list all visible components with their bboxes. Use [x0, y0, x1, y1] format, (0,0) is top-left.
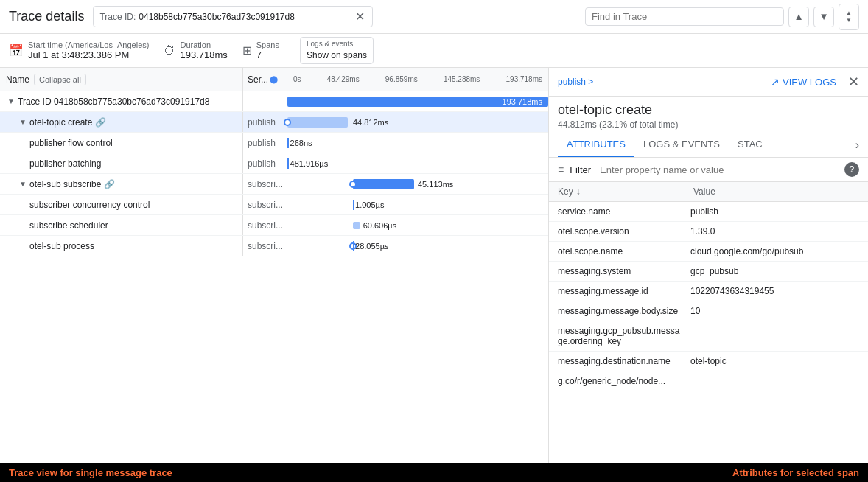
attr-key: messaging.system [558, 266, 690, 276]
right-annotation: Attributes for selected span [732, 467, 859, 478]
attr-row: otel.scope.version 1.39.0 [549, 222, 868, 242]
attr-key: messaging.gcp_pubsub.message.ordering_ke… [558, 326, 690, 346]
duration-value: 193.718ms [180, 49, 227, 60]
row-timeline: 268ns [287, 133, 548, 153]
bottom-bar: Trace view for single message trace Attr… [0, 463, 868, 482]
help-button[interactable]: ? [844, 162, 859, 177]
trace-row[interactable]: otel-sub process subscri... 28.055µs [0, 236, 548, 256]
row-label: Trace ID 0418b58cb775a30bc76ad73c091917d… [18, 97, 209, 107]
trace-id-input[interactable] [139, 12, 354, 22]
attr-key: messaging.message.body.size [558, 306, 690, 316]
view-logs-button[interactable]: ↗ VIEW LOGS [771, 76, 836, 88]
row-label: publisher flow control [29, 138, 113, 148]
row-label: otel-sub process [29, 241, 94, 251]
filter-label: Filter [570, 164, 591, 175]
row-service: subscri... [243, 195, 287, 214]
external-link-icon: ↗ [771, 76, 780, 88]
span-duration-label: 481.916µs [290, 159, 329, 168]
attr-row: otel.scope.name cloud.google.com/go/pubs… [549, 242, 868, 262]
find-trace-input-wrapper[interactable] [585, 7, 784, 26]
span-duration-label: 60.606µs [363, 221, 396, 230]
link-icon[interactable]: 🔗 [95, 117, 106, 128]
row-name-cell: ▼ otel-sub subscribe 🔗 [0, 174, 243, 194]
service-filter-icon[interactable]: ⬤ [270, 75, 278, 83]
logs-events-box: Logs & events Show on spans [300, 37, 374, 64]
collapse-all-button[interactable]: Collapse all [34, 74, 86, 85]
name-col-label: Name [6, 74, 29, 85]
trace-row[interactable]: ▼ Trace ID 0418b58cb775a30bc76ad73c09191… [0, 91, 548, 112]
span-timing: 44.812ms (23.1% of total time) [558, 119, 859, 130]
nav-down-button[interactable]: ▼ [813, 7, 834, 27]
publish-link[interactable]: publish > [558, 77, 593, 87]
link-icon[interactable]: 🔗 [104, 179, 115, 189]
tab-attributes[interactable]: ATTRIBUTES [558, 133, 634, 157]
row-service: subscri... [243, 215, 287, 235]
key-col-header: Key ↓ [558, 186, 690, 197]
tab-more-button[interactable]: › [855, 133, 859, 157]
row-timeline: 481.916µs [287, 153, 548, 173]
span-bar [287, 158, 289, 169]
row-timeline: 44.812ms [287, 112, 548, 132]
trace-row[interactable]: ▼ otel-sub subscribe 🔗 subscri... 45.113… [0, 174, 548, 195]
duration-label: Duration [180, 41, 227, 49]
duration-item: ⏱ Duration 193.718ms [164, 41, 227, 60]
top-bar: Trace details Trace ID: ✕ ▲ ▼ ▲ ▼ [0, 0, 868, 34]
row-label: subscribe scheduler [29, 220, 108, 231]
row-service: subscri... [243, 174, 287, 194]
span-duration-label: 1.005µs [355, 200, 384, 209]
trace-row[interactable]: subscriber concurrency control subscri..… [0, 195, 548, 215]
row-label: subscriber concurrency control [29, 200, 150, 210]
nav-updown-button[interactable]: ▲ ▼ [839, 4, 859, 30]
row-timeline: 45.113ms [287, 174, 548, 194]
clear-trace-button[interactable]: ✕ [354, 10, 366, 24]
sort-icon[interactable]: ↓ [576, 186, 581, 197]
attr-value: cloud.google.com/go/pubsub [690, 246, 859, 256]
span-duration-label: 28.055µs [355, 242, 388, 251]
span-bar [353, 179, 414, 189]
trace-row[interactable]: publisher flow control publish 268ns [0, 133, 548, 153]
row-label: otel-sub subscribe [29, 179, 101, 189]
spans-icon: ⊞ [242, 43, 252, 57]
span-bar [287, 138, 289, 148]
filter-input[interactable] [600, 164, 839, 175]
logs-events-value: Show on spans [307, 49, 367, 62]
nav-up-button[interactable]: ▲ [788, 7, 809, 27]
expand-icon[interactable]: ▼ [6, 97, 16, 107]
row-label: publisher batching [29, 158, 101, 169]
row-service: publish [243, 133, 287, 153]
tick-1: 48.429ms [327, 75, 360, 83]
tab-logs-events[interactable]: LOGS & EVENTS [634, 133, 729, 157]
row-label: otel-topic create [29, 117, 92, 128]
trace-row[interactable]: subscribe scheduler subscri... 60.606µs [0, 215, 548, 236]
attr-row: messaging.gcp_pubsub.message.ordering_ke… [549, 321, 868, 352]
tick-4: 193.718ms [506, 75, 542, 83]
trace-panel: Name Collapse all Ser... ⬤ 0s 48.429ms 9… [0, 68, 549, 463]
span-name: otel-topic create [558, 102, 859, 118]
trace-row[interactable]: publisher batching publish 481.916µs [0, 153, 548, 174]
start-time-item: 📅 Start time (America/Los_Angeles) Jul 1… [9, 41, 149, 60]
expand-icon[interactable]: ▼ [18, 179, 28, 189]
expand-icon[interactable]: ▼ [18, 117, 28, 128]
trace-id-input-wrapper[interactable]: Trace ID: ✕ [93, 6, 373, 27]
row-service: publish [243, 112, 287, 132]
row-service: publish [243, 153, 287, 173]
attr-key: otel.scope.name [558, 246, 690, 256]
find-trace-input[interactable] [592, 11, 777, 22]
trace-id-label: Trace ID: [99, 12, 136, 22]
attr-key: messaging.message.id [558, 286, 690, 296]
calendar-icon: 📅 [9, 43, 24, 57]
spans-label: Spans [256, 41, 279, 49]
trace-row[interactable]: ▼ otel-topic create 🔗 publish 44.812ms [0, 112, 548, 133]
page-title: Trace details [9, 9, 84, 24]
clock-icon: ⏱ [164, 44, 175, 57]
span-bar [353, 200, 354, 210]
service-column-header: Ser... ⬤ [243, 68, 287, 91]
close-detail-button[interactable]: ✕ [848, 74, 859, 90]
tab-stack[interactable]: STAC [729, 133, 771, 157]
attr-key: otel.scope.version [558, 226, 690, 237]
attr-value: 10 [690, 306, 859, 316]
filter-row: ≡ Filter ? [549, 158, 868, 182]
row-service [243, 91, 287, 111]
attr-key: g.co/r/generic_node/node... [558, 376, 690, 386]
attrs-table-header: Key ↓ Value [549, 182, 868, 202]
